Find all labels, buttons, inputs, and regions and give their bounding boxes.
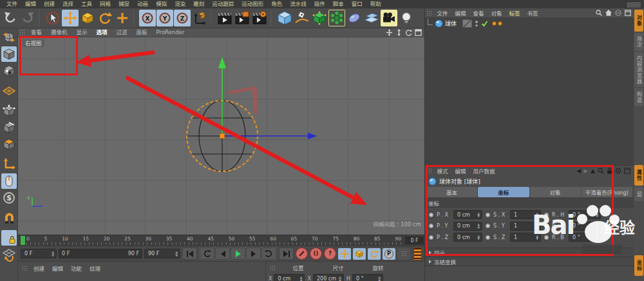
position-field[interactable]: 0 cm▲▼ <box>453 210 482 219</box>
search-icon[interactable] <box>598 168 604 174</box>
panel-maximize-icon[interactable] <box>625 10 631 16</box>
menu-item[interactable]: 运动图形 <box>238 0 267 8</box>
gizmo-center-handle[interactable] <box>220 134 225 139</box>
autokey-button[interactable]: () <box>310 247 322 260</box>
edges-mode-button[interactable] <box>1 120 17 135</box>
end-frame-field[interactable]: 90 F ▲▼ <box>144 249 180 258</box>
filter-icon[interactable] <box>615 10 621 16</box>
visibility-dots-icon[interactable] <box>475 21 478 26</box>
keyframe-selection-button[interactable]: ? <box>324 247 336 260</box>
toggle-view-icon[interactable] <box>415 29 422 36</box>
menu-item[interactable]: 编辑 <box>21 0 40 8</box>
workplane-rotate-button[interactable] <box>1 247 17 262</box>
panel-divider[interactable] <box>424 8 425 281</box>
timeline-playhead[interactable] <box>21 236 25 245</box>
position-field[interactable]: 0 cm▲▼ <box>453 233 482 242</box>
key-radio-icon[interactable] <box>484 222 491 229</box>
object-state-dots-icon[interactable] <box>492 21 502 26</box>
panel-tab[interactable]: 构造 <box>634 88 643 106</box>
attribute-menu-item[interactable]: 编辑 <box>451 167 469 175</box>
viewport-menu-item[interactable]: 选项 <box>92 28 112 37</box>
object-manager-menu-item[interactable]: 对象 <box>488 9 506 17</box>
key-pla-button[interactable] <box>397 248 410 260</box>
viewport-menu-item[interactable]: 显示 <box>72 28 92 37</box>
viewport-menu-item[interactable]: 面板 <box>132 28 152 37</box>
workplane-lock-button[interactable] <box>1 230 17 246</box>
play-button[interactable] <box>231 247 245 260</box>
menu-item[interactable]: 雕刻 <box>189 0 208 8</box>
object-manager-menu-item[interactable]: 书签 <box>524 9 542 17</box>
object-manager-menu-item[interactable]: 查看 <box>469 9 488 17</box>
material-menu-item[interactable]: 纹理 <box>86 264 104 272</box>
attribute-tab[interactable]: 对象 <box>530 187 581 197</box>
object-row[interactable]: 球体 <box>425 18 634 29</box>
key-radio-icon[interactable] <box>543 222 550 229</box>
rotate-tool-button[interactable] <box>97 10 113 26</box>
search-icon[interactable] <box>596 10 602 16</box>
polygons-mode-button[interactable] <box>1 137 17 152</box>
scale-field[interactable]: 1▲▼ <box>510 210 541 219</box>
material-menu-item[interactable]: 编辑 <box>48 264 67 272</box>
viewport-menu-item[interactable]: 查看 <box>26 28 46 37</box>
attribute-tab[interactable]: 基本 <box>426 187 477 197</box>
axis-lock-button[interactable]: Z <box>174 10 191 26</box>
spinner-icon[interactable]: ▲▼ <box>477 212 480 218</box>
spinner-icon[interactable]: ▲▼ <box>477 235 480 240</box>
render-view-button[interactable] <box>216 10 233 26</box>
loop-button[interactable] <box>261 247 276 260</box>
spinner-icon[interactable]: ▲▼ <box>596 212 598 218</box>
object-manager-menu-item[interactable]: 编辑 <box>451 9 469 17</box>
object-manager[interactable]: 球体 <box>425 18 634 165</box>
key-rotation-button[interactable] <box>368 248 381 260</box>
rotation-field[interactable]: 0 °▲▼ <box>569 210 601 219</box>
menu-item[interactable]: 选择 <box>59 0 77 8</box>
previous-frame-button[interactable] <box>215 247 230 260</box>
menu-item[interactable]: 动画 <box>133 0 152 8</box>
last-tool-button[interactable] <box>114 10 131 26</box>
enable-axis-button[interactable] <box>1 157 17 172</box>
points-mode-button[interactable] <box>1 103 17 119</box>
camera-button[interactable] <box>381 10 397 26</box>
scale-field[interactable]: 1▲▼ <box>510 222 541 231</box>
play-backward-button[interactable] <box>200 247 214 260</box>
panel-grip-icon[interactable] <box>426 10 432 16</box>
menu-item[interactable]: 工具 <box>77 0 96 8</box>
coordinate-value-field[interactable]: 0 cm ▲▼ <box>274 274 305 281</box>
z-axis-arrowhead[interactable] <box>308 133 317 139</box>
rollout-row[interactable]: 四元 <box>425 248 634 257</box>
object-manager-menu-item[interactable]: 文件 <box>433 9 451 17</box>
panel-grip-icon[interactable] <box>22 266 28 271</box>
object-manager-menu-item[interactable]: 标签 <box>506 9 524 17</box>
viewport-menu-item[interactable]: 摄像机 <box>46 28 72 37</box>
menu-item[interactable]: 运动跟踪 <box>208 0 238 8</box>
coordinate-value-field[interactable]: 200 cm ▲▼ <box>313 274 344 281</box>
key-scale-button[interactable] <box>353 248 366 260</box>
menu-item[interactable]: 捕捉 <box>115 0 133 8</box>
attribute-tab[interactable]: 坐标 <box>478 187 529 197</box>
spinner-icon[interactable]: ▲▼ <box>596 223 598 229</box>
enabled-check-icon[interactable] <box>481 20 488 27</box>
panel-tab[interactable]: 坐标 <box>634 255 643 276</box>
subdivision-surface-button[interactable] <box>311 10 328 26</box>
scale-field[interactable]: 1▲▼ <box>510 233 541 242</box>
spinner-icon[interactable]: ▲▼ <box>536 223 538 229</box>
floor-button[interactable] <box>363 10 380 26</box>
key-radio-icon[interactable] <box>428 234 435 241</box>
panel-tab[interactable]: 属性 <box>634 165 643 186</box>
pan-view-icon[interactable] <box>386 29 393 36</box>
menu-item[interactable]: 文件 <box>3 0 21 8</box>
panel-grip-icon[interactable] <box>426 168 432 174</box>
position-field[interactable]: 0 cm▲▼ <box>453 222 482 231</box>
panel-maximize-icon[interactable] <box>624 168 630 174</box>
make-editable-button[interactable] <box>1 30 17 45</box>
attribute-tab[interactable]: 平滑着色(Phong) <box>582 187 632 197</box>
menu-item[interactable]: 渲染 <box>171 0 189 8</box>
model-mode-button[interactable] <box>1 46 17 62</box>
panel-grip-icon[interactable] <box>270 265 276 271</box>
texture-mode-button[interactable] <box>1 63 17 79</box>
light-button[interactable] <box>398 10 415 26</box>
coordinates-section-header[interactable]: 坐标 <box>425 198 634 208</box>
menu-item[interactable]: 帮助 <box>366 0 385 8</box>
axis-lock-button[interactable]: Y <box>156 10 173 26</box>
menu-item[interactable]: 脚本 <box>329 0 348 8</box>
